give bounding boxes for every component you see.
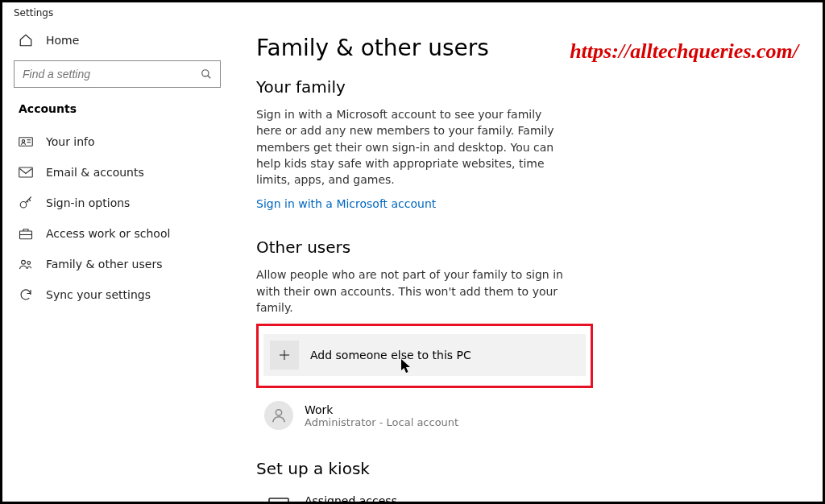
sidebar-item-your-info[interactable]: Your info xyxy=(2,126,232,157)
home-icon xyxy=(19,33,33,48)
page-heading: Family & other users xyxy=(256,35,790,61)
sidebar-item-sync-settings[interactable]: Sync your settings xyxy=(2,279,232,310)
add-someone-label: Add someone else to this PC xyxy=(310,349,471,361)
sync-icon xyxy=(19,287,33,302)
svg-rect-6 xyxy=(19,167,33,177)
your-family-description: Sign in with a Microsoft account to see … xyxy=(256,106,570,188)
add-someone-highlight-box: Add someone else to this PC xyxy=(256,324,593,388)
briefcase-icon xyxy=(19,226,33,241)
add-someone-button[interactable]: Add someone else to this PC xyxy=(263,334,586,376)
id-card-icon xyxy=(19,134,33,149)
svg-line-1 xyxy=(208,76,211,79)
svg-point-14 xyxy=(276,410,281,415)
nav-home[interactable]: Home xyxy=(2,25,232,56)
sidebar-item-label: Your info xyxy=(46,135,95,148)
svg-point-3 xyxy=(22,140,24,143)
main-content: Family & other users Your family Sign in… xyxy=(232,20,823,502)
plus-icon xyxy=(270,341,299,370)
sidebar-item-label: Email & accounts xyxy=(46,166,144,179)
mail-icon xyxy=(19,165,33,180)
search-input[interactable] xyxy=(15,68,193,81)
sidebar-item-label: Sync your settings xyxy=(46,288,151,301)
search-input-container[interactable] xyxy=(14,60,221,88)
key-icon xyxy=(19,196,33,210)
assigned-access-title: Assigned access xyxy=(305,494,570,502)
sign-in-microsoft-link[interactable]: Sign in with a Microsoft account xyxy=(256,197,436,210)
sidebar-item-label: Family & other users xyxy=(46,258,162,271)
sidebar-item-label: Sign-in options xyxy=(46,196,130,209)
other-user-entry[interactable]: Work Administrator - Local account xyxy=(256,396,595,435)
sidebar-item-access-work-school[interactable]: Access work or school xyxy=(2,218,232,249)
monitor-icon xyxy=(264,493,293,502)
sidebar-item-sign-in-options[interactable]: Sign-in options xyxy=(2,188,232,218)
sidebar-item-email-accounts[interactable]: Email & accounts xyxy=(2,157,232,188)
svg-rect-15 xyxy=(269,498,288,502)
other-users-heading: Other users xyxy=(256,238,790,257)
svg-point-10 xyxy=(22,260,26,264)
svg-point-11 xyxy=(27,262,31,265)
people-icon xyxy=(19,257,33,271)
other-user-subtitle: Administrator - Local account xyxy=(305,416,458,428)
sidebar: Home Accounts Your info Email & acco xyxy=(2,20,232,502)
svg-point-0 xyxy=(202,70,209,76)
other-user-name: Work xyxy=(305,403,458,416)
other-users-description: Allow people who are not part of your fa… xyxy=(256,266,570,316)
your-family-heading: Your family xyxy=(256,77,790,97)
app-title: Settings xyxy=(2,2,823,20)
sidebar-item-label: Access work or school xyxy=(46,227,170,240)
avatar-icon xyxy=(264,401,293,430)
nav-home-label: Home xyxy=(46,34,79,47)
sidebar-item-family-other-users[interactable]: Family & other users xyxy=(2,249,232,279)
kiosk-heading: Set up a kiosk xyxy=(256,459,790,478)
search-icon xyxy=(193,68,220,80)
sidebar-section-label: Accounts xyxy=(2,99,232,126)
assigned-access-button[interactable]: Assigned access Set up this device as a … xyxy=(256,488,595,502)
